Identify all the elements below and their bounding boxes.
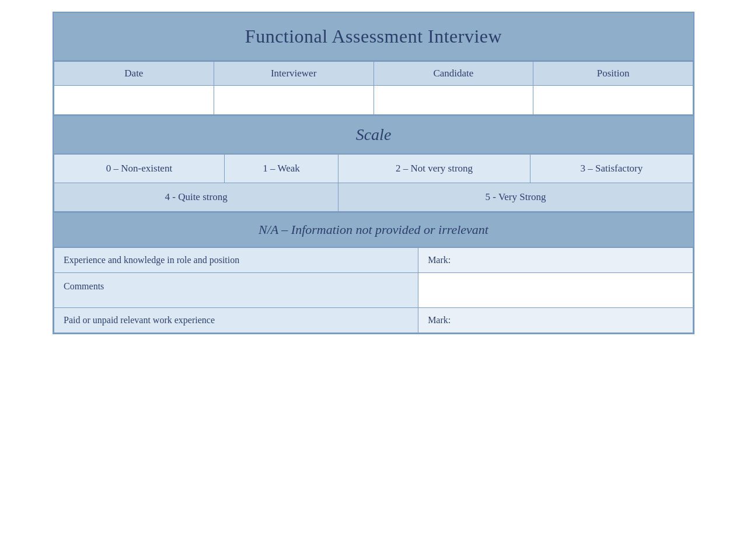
- work-experience-label: Paid or unpaid relevant work experience: [54, 308, 418, 333]
- experience-label: Experience and knowledge in role and pos…: [54, 248, 418, 273]
- interviewer-header: Interviewer: [214, 62, 374, 86]
- scale-4: 4 - Quite strong: [54, 183, 338, 212]
- scale-5: 5 - Very Strong: [338, 183, 693, 212]
- form-title: Functional Assessment Interview: [245, 26, 502, 47]
- scale-1: 1 – Weak: [225, 155, 338, 183]
- date-header: Date: [54, 62, 214, 86]
- scale-table: 0 – Non-existent 1 – Weak 2 – Not very s…: [54, 154, 693, 212]
- scale-row1: 0 – Non-existent 1 – Weak 2 – Not very s…: [54, 155, 693, 183]
- info-header-row: Date Interviewer Candidate Position: [54, 62, 693, 86]
- form-container: Functional Assessment Interview Date Int…: [53, 12, 694, 334]
- scale-2: 2 – Not very strong: [338, 155, 530, 183]
- na-text: N/A – Information not provided or irrele…: [259, 222, 488, 237]
- scale-0: 0 – Non-existent: [54, 155, 225, 183]
- date-value[interactable]: [54, 86, 214, 115]
- scale-header: Scale: [54, 115, 693, 154]
- comments-value[interactable]: [418, 273, 693, 308]
- candidate-header: Candidate: [374, 62, 533, 86]
- comments-label: Comments: [54, 273, 418, 308]
- scale-row2: 4 - Quite strong 5 - Very Strong: [54, 183, 693, 212]
- header-row: Functional Assessment Interview: [54, 13, 693, 61]
- section-table: Experience and knowledge in role and pos…: [54, 247, 693, 333]
- position-header: Position: [533, 62, 693, 86]
- info-value-row: [54, 86, 693, 115]
- na-row: N/A – Information not provided or irrele…: [54, 212, 693, 247]
- work-experience-mark[interactable]: Mark:: [418, 308, 693, 333]
- work-experience-row: Paid or unpaid relevant work experience …: [54, 308, 693, 333]
- info-table: Date Interviewer Candidate Position: [54, 61, 693, 115]
- scale-3: 3 – Satisfactory: [530, 155, 693, 183]
- scale-title: Scale: [356, 125, 392, 144]
- experience-row: Experience and knowledge in role and pos…: [54, 248, 693, 273]
- interviewer-value[interactable]: [214, 86, 374, 115]
- candidate-value[interactable]: [374, 86, 533, 115]
- experience-mark[interactable]: Mark:: [418, 248, 693, 273]
- position-value[interactable]: [533, 86, 693, 115]
- comments-row: Comments: [54, 273, 693, 308]
